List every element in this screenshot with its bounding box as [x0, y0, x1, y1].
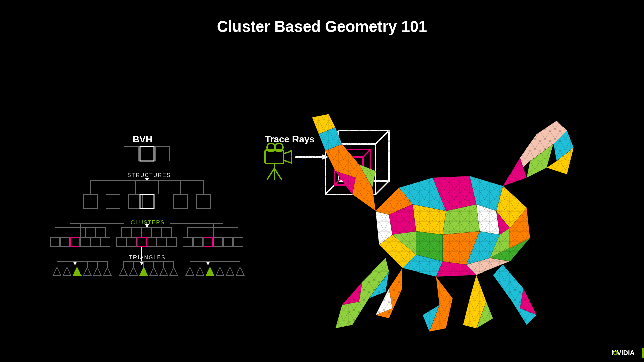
svg-rect-16 — [84, 194, 98, 208]
svg-marker-87 — [73, 267, 81, 276]
camera-icon — [265, 143, 292, 180]
svg-rect-29 — [60, 237, 70, 247]
svg-marker-93 — [140, 267, 148, 276]
svg-rect-20 — [174, 194, 188, 208]
svg-rect-19 — [140, 194, 154, 208]
svg-rect-40 — [183, 237, 193, 247]
svg-rect-36 — [137, 237, 146, 247]
svg-rect-44 — [223, 237, 233, 247]
svg-rect-203 — [288, 101, 590, 355]
slide-title: Cluster Based Geometry 101 — [0, 17, 644, 36]
svg-line-145 — [274, 168, 282, 180]
svg-rect-32 — [91, 237, 100, 247]
svg-marker-102 — [236, 267, 244, 276]
svg-marker-97 — [186, 267, 194, 276]
svg-rect-42 — [203, 237, 213, 247]
svg-marker-86 — [63, 267, 71, 276]
svg-rect-139 — [265, 150, 284, 164]
svg-rect-1 — [140, 147, 154, 161]
svg-rect-30 — [70, 237, 80, 247]
svg-rect-34 — [117, 237, 126, 247]
svg-marker-89 — [93, 267, 101, 276]
svg-rect-18 — [128, 194, 143, 208]
svg-marker-88 — [83, 267, 91, 276]
svg-rect-41 — [193, 237, 203, 247]
svg-marker-94 — [150, 267, 158, 276]
svg-marker-96 — [170, 267, 178, 276]
svg-marker-90 — [103, 267, 111, 276]
svg-line-144 — [267, 168, 274, 180]
svg-marker-101 — [226, 267, 234, 276]
svg-marker-99 — [206, 267, 214, 276]
svg-marker-95 — [160, 267, 168, 276]
nvidia-logo: NVIDIA — [612, 349, 635, 357]
svg-rect-45 — [233, 237, 243, 247]
svg-rect-39 — [167, 237, 176, 247]
svg-rect-31 — [80, 237, 90, 247]
svg-marker-91 — [119, 267, 127, 276]
svg-marker-92 — [129, 267, 138, 276]
crab-mesh-illustration — [288, 101, 590, 355]
svg-rect-38 — [157, 237, 166, 247]
nvidia-eye-icon — [612, 349, 619, 357]
svg-marker-98 — [196, 267, 204, 276]
svg-rect-33 — [101, 237, 110, 247]
svg-rect-21 — [196, 194, 210, 208]
svg-rect-17 — [106, 194, 120, 208]
accent-bar — [642, 348, 644, 358]
svg-marker-100 — [216, 267, 224, 276]
bvh-tree-diagram — [40, 141, 255, 315]
svg-rect-35 — [127, 237, 136, 247]
svg-rect-0 — [124, 147, 138, 161]
svg-point-204 — [614, 352, 617, 354]
svg-marker-85 — [53, 267, 61, 276]
svg-rect-2 — [156, 147, 170, 161]
svg-rect-28 — [50, 237, 60, 247]
svg-rect-43 — [213, 237, 223, 247]
svg-rect-37 — [147, 237, 156, 247]
